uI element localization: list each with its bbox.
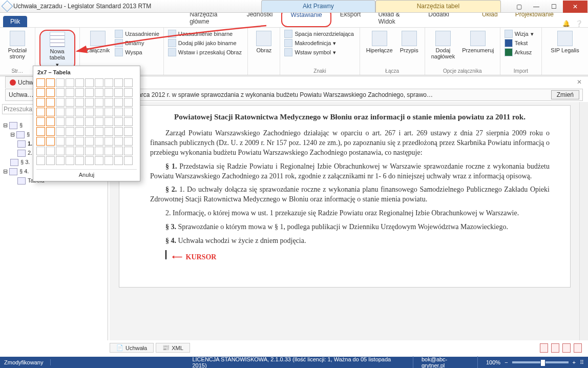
grid-cell[interactable] xyxy=(124,78,133,87)
grid-cell[interactable] xyxy=(85,108,94,116)
wizja-button[interactable]: Wizja ▾ xyxy=(505,30,538,38)
nowa-tabela-button[interactable]: Nowa tabela ▾ xyxy=(39,30,75,70)
grid-cell[interactable] xyxy=(56,117,65,126)
grid-cell[interactable] xyxy=(56,156,65,165)
zmien-button[interactable]: Zmień xyxy=(551,90,579,99)
makrodefinicja-button[interactable]: Makrodefinicja ▾ xyxy=(284,39,355,47)
grid-cell[interactable] xyxy=(114,117,123,126)
grid-cell[interactable] xyxy=(114,137,123,146)
podzial-strony-button[interactable]: Podział strony xyxy=(4,30,31,60)
grid-cell[interactable] xyxy=(95,147,103,155)
table-size-popup[interactable]: 2x7 – Tabela Anuluj xyxy=(33,66,140,181)
help-icon[interactable]: ❔ xyxy=(575,20,583,27)
grid-cell[interactable] xyxy=(85,156,94,165)
grid-cell[interactable] xyxy=(75,117,84,126)
grid-cell[interactable] xyxy=(36,127,45,136)
grid-cell[interactable] xyxy=(66,127,74,136)
grid-cell[interactable] xyxy=(36,108,45,116)
grid-cell[interactable] xyxy=(75,147,84,155)
grid-cell[interactable] xyxy=(95,156,103,165)
flag-icon[interactable] xyxy=(574,343,582,353)
view-tab-xml[interactable]: 📰XML xyxy=(156,343,190,353)
grid-cell[interactable] xyxy=(66,137,74,146)
grid-cell[interactable] xyxy=(46,127,55,136)
binarny-button[interactable]: Binarny xyxy=(115,39,159,47)
status-email[interactable]: bok@abc-grytner.pl xyxy=(422,356,478,368)
grid-cell[interactable] xyxy=(66,156,74,165)
context-tab-tabel[interactable]: Narzędzia tabel xyxy=(375,0,501,12)
grid-cell[interactable] xyxy=(66,117,74,126)
uzasadnienie-button[interactable]: Uzasadnienie xyxy=(115,30,159,38)
grid-cell[interactable] xyxy=(124,88,133,97)
grid-cell[interactable] xyxy=(66,98,74,107)
table-grid-picker[interactable] xyxy=(36,78,137,165)
grid-cell[interactable] xyxy=(46,108,55,116)
grid-cell[interactable] xyxy=(104,117,113,126)
zoom-in-button[interactable]: + xyxy=(573,359,576,365)
grid-cell[interactable] xyxy=(36,98,45,107)
grid-cell[interactable] xyxy=(85,147,94,155)
breadcrumb-root[interactable]: Uchwa… xyxy=(9,91,34,98)
grid-cell[interactable] xyxy=(36,88,45,97)
file-tab[interactable]: Plik xyxy=(3,16,27,27)
grid-cell[interactable] xyxy=(56,88,65,97)
przypis-button[interactable]: Przypis xyxy=(398,30,421,54)
grid-cell[interactable] xyxy=(104,127,113,136)
resize-grip-icon[interactable]: ⠿ xyxy=(580,359,584,366)
grid-cell[interactable] xyxy=(104,147,113,155)
vertical-scrollbar[interactable] xyxy=(579,102,588,340)
grid-cell[interactable] xyxy=(66,147,74,155)
uzasadnienie-binarne-button[interactable]: Uzasadnienie binarne xyxy=(168,30,244,38)
grid-cell[interactable] xyxy=(56,137,65,146)
grid-cell[interactable] xyxy=(75,137,84,146)
maximize-button[interactable]: ☐ xyxy=(545,1,562,13)
wstaw-obraz-button[interactable]: Wstaw i przeskaluj Obraz xyxy=(168,48,244,56)
grid-cell[interactable] xyxy=(114,127,123,136)
grid-cell[interactable] xyxy=(46,156,55,165)
wyspa-button[interactable]: Wyspa xyxy=(115,48,159,56)
grid-cell[interactable] xyxy=(85,117,94,126)
cancel-button[interactable]: Anuluj xyxy=(36,169,137,178)
grid-cell[interactable] xyxy=(36,137,45,146)
zalacznik-button[interactable]: Załącznik xyxy=(84,30,112,56)
grid-cell[interactable] xyxy=(75,98,84,107)
view-tab-uchwala[interactable]: 📄Uchwała xyxy=(110,343,154,353)
grid-cell[interactable] xyxy=(46,147,55,155)
sip-legalis-button[interactable]: SIP Legalis xyxy=(546,30,584,54)
grid-cell[interactable] xyxy=(66,78,74,87)
ribbon-collapse-icon[interactable]: ▢ xyxy=(511,1,527,13)
grid-cell[interactable] xyxy=(75,108,84,116)
flag-icon[interactable] xyxy=(551,343,559,353)
hiperlacze-button[interactable]: Hiperłącze xyxy=(364,30,395,54)
grid-cell[interactable] xyxy=(36,117,45,126)
grid-cell[interactable] xyxy=(104,137,113,146)
grid-cell[interactable] xyxy=(114,98,123,107)
grid-cell[interactable] xyxy=(85,137,94,146)
grid-cell[interactable] xyxy=(124,127,133,136)
document-viewport[interactable]: Powiatowej Stacji Ratownictwa Medycznego… xyxy=(110,102,580,340)
grid-cell[interactable] xyxy=(114,78,123,87)
grid-cell[interactable] xyxy=(75,88,84,97)
close-button[interactable]: ✕ xyxy=(563,1,587,13)
grid-cell[interactable] xyxy=(56,127,65,136)
flag-icon[interactable] xyxy=(562,343,571,353)
grid-cell[interactable] xyxy=(124,147,133,155)
grid-cell[interactable] xyxy=(46,78,55,87)
grid-cell[interactable] xyxy=(56,108,65,116)
minimize-button[interactable]: — xyxy=(528,1,544,13)
grid-cell[interactable] xyxy=(95,108,103,116)
zoom-out-button[interactable]: − xyxy=(505,359,508,365)
grid-cell[interactable] xyxy=(85,78,94,87)
grid-cell[interactable] xyxy=(75,127,84,136)
grid-cell[interactable] xyxy=(56,98,65,107)
wstaw-symbol-button[interactable]: Wstaw symbol ▾ xyxy=(284,48,355,56)
grid-cell[interactable] xyxy=(104,98,113,107)
zoom-slider[interactable] xyxy=(512,361,569,363)
grid-cell[interactable] xyxy=(95,78,103,87)
grid-cell[interactable] xyxy=(36,156,45,165)
grid-cell[interactable] xyxy=(85,127,94,136)
grid-cell[interactable] xyxy=(104,88,113,97)
grid-cell[interactable] xyxy=(46,98,55,107)
grid-cell[interactable] xyxy=(46,88,55,97)
grid-cell[interactable] xyxy=(104,156,113,165)
